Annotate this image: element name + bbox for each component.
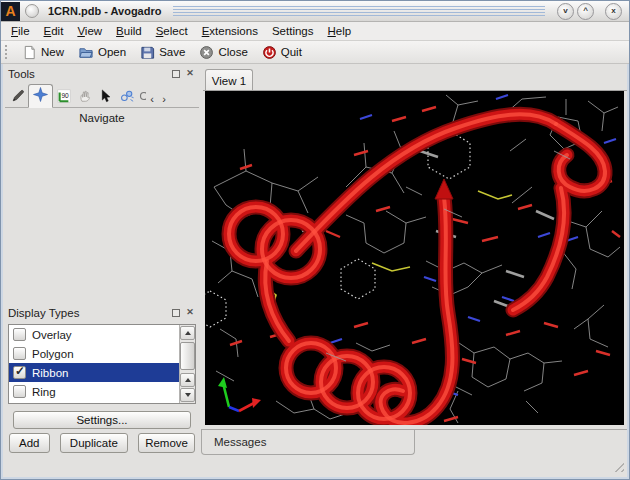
display-types-titlebar[interactable]: Display Types ✕ xyxy=(5,305,199,320)
auto-rotate-icon xyxy=(137,89,146,107)
new-button[interactable]: New xyxy=(15,43,71,62)
pencil-icon xyxy=(11,89,25,107)
tools-dock-titlebar[interactable]: Tools ✕ xyxy=(5,66,199,81)
selection-tool-tab[interactable] xyxy=(95,88,116,107)
svg-text:90: 90 xyxy=(61,91,69,98)
tool-tabs-scroll-left-button[interactable]: ‹ xyxy=(146,91,158,107)
titlebar-grip-stripes xyxy=(173,6,545,17)
scroll-down-button[interactable] xyxy=(180,388,195,402)
display-types-close-button[interactable]: ✕ xyxy=(184,307,196,319)
duplicate-button[interactable]: Duplicate xyxy=(60,433,129,453)
minimize-button[interactable]: v xyxy=(557,3,574,20)
menu-settings[interactable]: Settings xyxy=(265,24,321,38)
scroll-up-button[interactable] xyxy=(180,326,195,340)
cursor-arrow-icon xyxy=(99,89,112,107)
float-icon xyxy=(172,70,180,78)
down-arrow-icon xyxy=(185,393,191,397)
display-type-row-overlay[interactable]: Overlay xyxy=(9,325,179,344)
new-document-icon xyxy=(22,45,37,60)
display-types-float-button[interactable] xyxy=(170,307,182,319)
measure-angle-icon: 90 xyxy=(57,89,71,107)
measure-tool-tab[interactable]: 90 xyxy=(53,88,74,107)
tool-tabbar: 90 ‹ › xyxy=(5,84,199,108)
ring-checkbox[interactable] xyxy=(13,385,26,398)
quit-power-icon xyxy=(262,45,277,60)
bond-centric-tool-tab[interactable] xyxy=(74,88,95,107)
display-type-row-polygon[interactable]: Polygon xyxy=(9,344,179,363)
close-icon: ✕ xyxy=(186,308,194,317)
scroll-up-button-2[interactable] xyxy=(180,373,195,387)
save-button[interactable]: Save xyxy=(133,43,192,62)
menu-file[interactable]: File xyxy=(4,24,37,38)
menu-select[interactable]: Select xyxy=(149,24,195,38)
avogadro-window: A 1CRN.pdb - Avogadro v ^ x File Edit Vi… xyxy=(0,0,630,480)
manipulate-atoms-icon xyxy=(120,89,134,107)
tools-dock-close-button[interactable]: ✕ xyxy=(184,68,196,80)
toolbar-handle[interactable] xyxy=(5,45,9,59)
settings-button[interactable]: Settings... xyxy=(13,411,191,429)
view-1-tab[interactable]: View 1 xyxy=(205,69,253,91)
navigate-star-icon xyxy=(33,87,48,106)
close-button[interactable]: x xyxy=(605,3,622,20)
messages-tab[interactable]: Messages xyxy=(201,430,415,455)
add-button[interactable]: Add xyxy=(9,433,50,453)
scrollbar-thumb[interactable] xyxy=(180,342,195,370)
tools-dock-title: Tools xyxy=(8,68,35,80)
hand-icon xyxy=(78,89,92,107)
display-types-title: Display Types xyxy=(8,307,79,319)
polygon-checkbox[interactable] xyxy=(13,347,26,360)
quit-button[interactable]: Quit xyxy=(255,43,309,62)
overlay-checkbox[interactable] xyxy=(13,328,26,341)
window-title: 1CRN.pdb - Avogadro xyxy=(48,5,161,17)
menu-build[interactable]: Build xyxy=(109,24,149,38)
menu-edit[interactable]: Edit xyxy=(37,24,71,38)
up-arrow-icon xyxy=(185,378,191,382)
up-arrow-icon xyxy=(185,331,191,335)
display-types-dock: Display Types ✕ Overlay Polygon Ribbon xyxy=(5,305,199,429)
float-icon xyxy=(172,309,180,317)
display-types-scrollbar[interactable] xyxy=(179,325,195,403)
open-button[interactable]: Open xyxy=(71,43,133,62)
display-type-row-ribbon[interactable]: Ribbon xyxy=(9,363,179,382)
menu-help[interactable]: Help xyxy=(320,24,358,38)
navigate-tool-tab[interactable] xyxy=(28,84,53,108)
menu-extensions[interactable]: Extensions xyxy=(195,24,265,38)
close-icon: ✕ xyxy=(186,69,194,78)
active-tool-name: Navigate xyxy=(5,108,199,124)
titlebar[interactable]: A 1CRN.pdb - Avogadro v ^ x xyxy=(1,1,629,22)
display-types-list: Overlay Polygon Ribbon Ring xyxy=(8,324,196,404)
draw-tool-tab[interactable] xyxy=(7,88,28,107)
menubar: File Edit View Build Select Extensions S… xyxy=(1,22,629,41)
tools-dock-float-button[interactable] xyxy=(170,68,182,80)
tool-tabs-scroll-right-button[interactable]: › xyxy=(158,91,170,107)
avogadro-logo-icon: A xyxy=(1,2,20,21)
close-circle-icon xyxy=(199,45,214,60)
manipulate-tool-tab[interactable] xyxy=(116,88,137,107)
save-disk-icon xyxy=(140,45,155,60)
window-menu-button[interactable] xyxy=(25,4,39,18)
molecule-render xyxy=(205,91,624,425)
main-toolbar: New Open Save Close Quit xyxy=(1,41,629,64)
display-type-row-ring[interactable]: Ring xyxy=(9,382,179,401)
menu-view[interactable]: View xyxy=(70,24,109,38)
auto-rotate-tool-tab[interactable] xyxy=(137,88,146,107)
gl-viewport-3d[interactable] xyxy=(205,91,624,425)
tools-dock: Tools ✕ 90 xyxy=(5,66,199,302)
display-types-actions: Add Duplicate Remove xyxy=(5,433,199,453)
remove-button[interactable]: Remove xyxy=(138,433,195,453)
close-file-button[interactable]: Close xyxy=(192,43,254,62)
open-folder-icon xyxy=(78,45,94,60)
ribbon-checkbox[interactable] xyxy=(13,366,26,379)
maximize-button[interactable]: ^ xyxy=(577,3,594,20)
